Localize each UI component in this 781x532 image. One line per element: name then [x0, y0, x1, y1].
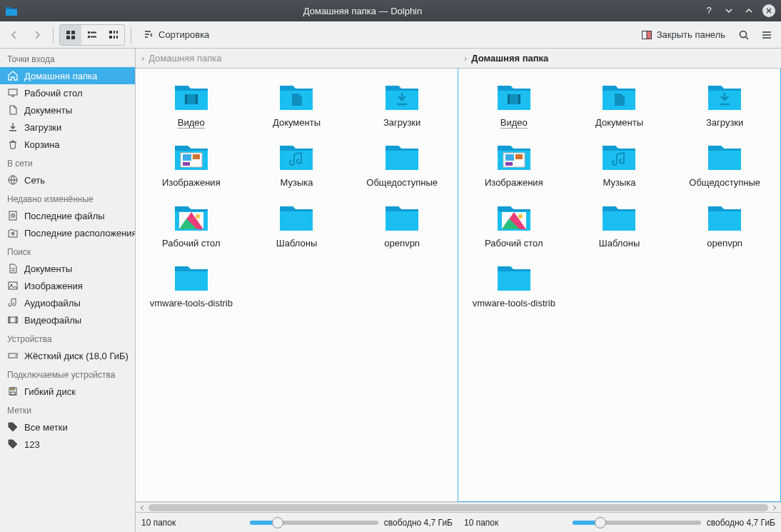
sidebar-item-label: Гибкий диск: [24, 386, 76, 397]
sidebar-item[interactable]: Последние расположения: [0, 224, 135, 241]
sidebar-item[interactable]: Видеофайлы: [0, 311, 135, 328]
sidebar-item[interactable]: Все метки: [0, 418, 135, 436]
sidebar-item[interactable]: Рабочий стол: [0, 84, 135, 101]
folder-icon: [495, 201, 533, 234]
sidebar-item[interactable]: Домашняя папка: [0, 67, 135, 84]
sidebar-item[interactable]: Документы: [0, 260, 135, 277]
folder-icon: [705, 201, 744, 234]
folder-icon: [600, 140, 638, 173]
svg-rect-6: [91, 31, 96, 33]
sidebar-item-label: Последние файлы: [24, 211, 105, 221]
file-item[interactable]: Общедоступные: [673, 137, 776, 191]
file-item[interactable]: Музыка: [568, 137, 671, 191]
breadcrumb-right[interactable]: › Домашняя папка: [458, 49, 781, 68]
close-button[interactable]: [762, 4, 775, 17]
file-item[interactable]: Загрузки: [673, 77, 776, 131]
file-item[interactable]: Рабочий стол: [140, 198, 243, 252]
file-label: Музыка: [603, 177, 636, 189]
file-item[interactable]: Видео: [140, 77, 243, 131]
file-pane-right[interactable]: ВидеоДокументыЗагрузкиИзображенияМузыкаО…: [458, 69, 781, 502]
file-item[interactable]: Видео: [463, 77, 565, 131]
file-item[interactable]: Шаблоны: [568, 198, 671, 252]
file-item[interactable]: openvpn: [351, 198, 453, 252]
file-item[interactable]: Изображения: [463, 137, 565, 191]
svg-rect-31: [11, 388, 14, 390]
sidebar-section-header: В сети: [0, 153, 135, 171]
folder-icon: [172, 80, 211, 113]
details-view-button[interactable]: [103, 25, 124, 45]
sidebar-item[interactable]: Загрузки: [0, 119, 135, 136]
file-item[interactable]: Загрузки: [351, 77, 453, 131]
separator: [131, 26, 131, 44]
icon-view-button[interactable]: [60, 25, 81, 45]
file-item[interactable]: Шаблоны: [246, 198, 348, 252]
sidebar-item[interactable]: Документы: [0, 101, 135, 119]
file-item[interactable]: Изображения: [140, 137, 243, 191]
svg-rect-10: [114, 31, 115, 34]
back-button[interactable]: [4, 25, 24, 45]
sidebar-item[interactable]: 123: [0, 436, 135, 453]
sidebar-section-header: Точки входа: [0, 49, 135, 67]
file-item[interactable]: Документы: [568, 77, 671, 131]
zoom-slider[interactable]: [250, 521, 378, 525]
scroll-right-icon[interactable]: [771, 504, 778, 511]
svg-rect-32: [11, 392, 15, 395]
sidebar-item[interactable]: Последние файлы: [0, 207, 135, 224]
help-button[interactable]: ?: [702, 4, 715, 17]
sidebar-item[interactable]: Корзина: [0, 136, 135, 153]
horizontal-scrollbar[interactable]: [136, 502, 781, 512]
close-panel-button[interactable]: Закрыть панель: [635, 25, 731, 45]
svg-rect-44: [508, 94, 510, 104]
svg-point-29: [15, 355, 16, 356]
minimize-button[interactable]: [722, 4, 735, 17]
svg-rect-35: [196, 94, 198, 104]
svg-rect-11: [116, 31, 118, 34]
file-label: Шаблоны: [276, 238, 318, 249]
recent-places-icon: [7, 227, 19, 239]
file-item[interactable]: vmware-tools-distrib: [140, 258, 243, 312]
compact-view-button[interactable]: [81, 25, 103, 45]
svg-rect-49: [515, 154, 523, 159]
sidebar-item-label: Жёсткий диск (18,0 ГиБ): [24, 351, 129, 361]
svg-rect-2: [71, 31, 75, 34]
file-pane-left[interactable]: ВидеоДокументыЗагрузкиИзображенияМузыкаО…: [136, 69, 458, 502]
file-item[interactable]: Документы: [246, 77, 348, 131]
svg-rect-9: [109, 31, 112, 34]
sidebar-item[interactable]: Жёсткий диск (18,0 ГиБ): [0, 347, 135, 364]
sidebar-item[interactable]: Гибкий диск: [0, 383, 135, 400]
sidebar-item-label: Домашняя папка: [24, 71, 97, 81]
svg-rect-13: [114, 36, 115, 39]
svg-rect-26: [9, 317, 10, 323]
tag-icon: [7, 438, 19, 450]
folder-icon: [705, 80, 744, 113]
file-item[interactable]: Рабочий стол: [463, 198, 565, 252]
item-count: 10 папок: [141, 518, 176, 528]
scroll-left-icon[interactable]: [138, 504, 146, 511]
item-count: 10 папок: [464, 518, 498, 528]
file-item[interactable]: vmware-tools-distrib: [463, 258, 565, 312]
file-label: Загрузки: [383, 117, 420, 129]
breadcrumb-left[interactable]: › Домашняя папка: [136, 49, 458, 68]
search-button[interactable]: [734, 25, 754, 45]
svg-point-42: [196, 214, 200, 219]
sidebar-item[interactable]: Аудиофайлы: [0, 294, 135, 311]
menu-button[interactable]: [757, 25, 777, 45]
sidebar-section-header: Недавно изменённые: [0, 189, 135, 207]
file-item[interactable]: Музыка: [246, 137, 348, 191]
maximize-button[interactable]: [742, 4, 755, 17]
breadcrumb-text: Домашняя папка: [148, 53, 221, 64]
forward-button[interactable]: [27, 25, 47, 45]
sidebar-item[interactable]: Сеть: [0, 171, 135, 189]
svg-rect-3: [66, 36, 70, 39]
sidebar-item-label: Документы: [24, 105, 72, 116]
file-label: Изображения: [485, 177, 543, 189]
folder-icon: [600, 80, 638, 113]
svg-rect-18: [9, 89, 17, 95]
file-item[interactable]: Общедоступные: [351, 137, 453, 191]
folder-icon: [172, 140, 211, 173]
sidebar-item[interactable]: Изображения: [0, 277, 135, 294]
places-sidebar: Точки входаДомашняя папкаРабочий столДок…: [0, 49, 136, 532]
file-item[interactable]: openvpn: [673, 198, 776, 252]
sort-button[interactable]: Сортировка: [137, 25, 215, 45]
zoom-slider[interactable]: [573, 521, 701, 525]
